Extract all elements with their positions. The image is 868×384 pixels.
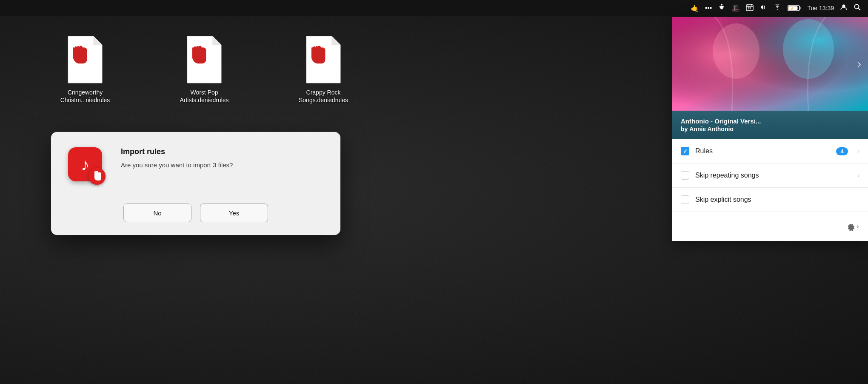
user-icon — [840, 3, 848, 13]
skip-repeating-label: Skip repeating songs — [695, 172, 851, 179]
dialog-app-icon: ♪ — [68, 147, 109, 188]
svg-point-16 — [713, 23, 760, 79]
rules-badge: 4 — [836, 147, 848, 155]
no-button[interactable]: No — [123, 203, 191, 222]
skip-repeating-chevron-icon: › — [857, 172, 859, 179]
rules-label: Rules — [695, 147, 830, 155]
menubar: 🤙 ••• 🎩 13 ⚡ Tue 13:39 — [0, 0, 868, 16]
file-icon-cringeworthy[interactable]: Cringeworthy Christm...niedrules — [51, 34, 119, 104]
hand-icon: 🤙 — [691, 4, 699, 12]
rules-chevron-icon: › — [857, 147, 859, 155]
file-icon-2 — [183, 34, 226, 85]
dialog-message: Are you sure you want to import 3 files? — [121, 160, 323, 170]
skip-repeating-checkbox[interactable] — [681, 171, 689, 180]
svg-rect-8 — [799, 7, 801, 9]
file-icon-3 — [302, 34, 345, 85]
svg-point-0 — [721, 4, 722, 6]
file-label-2: Worst Pop Artists.deniedrules — [170, 89, 238, 104]
file-icon-worstpop[interactable]: Worst Pop Artists.deniedrules — [170, 34, 238, 104]
rules-section: Rules 4 › Skip repeating songs › Skip ex… — [672, 139, 868, 212]
accessibility-icon — [718, 3, 725, 13]
file-icon-1 — [64, 34, 106, 85]
battery-icon: ⚡ — [788, 5, 801, 11]
menubar-time: Tue 13:39 — [807, 5, 834, 11]
dialog-hand-icon — [89, 168, 106, 185]
settings-button[interactable]: › — [844, 219, 859, 234]
next-arrow-icon[interactable]: › — [857, 57, 861, 71]
import-dialog: ♪ Import rules Are you sure you want to … — [51, 132, 340, 235]
wifi-icon — [773, 4, 782, 12]
svg-text:13: 13 — [748, 7, 751, 10]
yes-button[interactable]: Yes — [200, 203, 268, 222]
svg-text:⚡: ⚡ — [790, 6, 794, 10]
track-name: Anthonio - Original Versi... — [681, 117, 859, 125]
hat-icon: 🎩 — [731, 4, 740, 12]
artist-name: Annie Anthonio — [689, 126, 734, 132]
svg-point-11 — [855, 5, 859, 9]
volume-icon[interactable] — [760, 3, 767, 13]
search-icon[interactable] — [854, 3, 861, 13]
dialog-title: Import rules — [121, 147, 323, 156]
rules-row[interactable]: Rules 4 › — [672, 139, 868, 163]
popup-panel: › Anthonio - Original Versi... by Annie … — [672, 17, 868, 241]
skip-explicit-label: Skip explicit songs — [695, 196, 859, 203]
svg-rect-15 — [672, 17, 868, 111]
svg-line-12 — [859, 9, 861, 11]
rules-checkbox[interactable] — [681, 147, 689, 155]
by-label: by — [681, 126, 688, 132]
file-label-1: Cringeworthy Christm...niedrules — [51, 89, 119, 104]
settings-chevron-icon: › — [857, 223, 859, 230]
skip-explicit-checkbox[interactable] — [681, 195, 689, 204]
file-label-3: Crappy Rock Songs.deniedrules — [289, 89, 357, 104]
music-note-icon: ♪ — [81, 155, 89, 174]
track-info: Anthonio - Original Versi... by Annie An… — [672, 111, 868, 139]
track-artist: by Annie Anthonio — [681, 126, 859, 132]
skip-explicit-row[interactable]: Skip explicit songs — [672, 188, 868, 212]
skip-repeating-row[interactable]: Skip repeating songs › — [672, 163, 868, 188]
desktop: 🤙 ••• 🎩 13 ⚡ Tue 13:39 — [0, 0, 868, 384]
album-art: › — [672, 17, 868, 111]
desktop-icons: Cringeworthy Christm...niedrules Worst P… — [51, 34, 357, 104]
popup-footer: › — [672, 212, 868, 241]
file-icon-crappyrock[interactable]: Crappy Rock Songs.deniedrules — [289, 34, 357, 104]
calendar-icon: 13 — [746, 3, 754, 13]
more-icon: ••• — [705, 4, 712, 12]
